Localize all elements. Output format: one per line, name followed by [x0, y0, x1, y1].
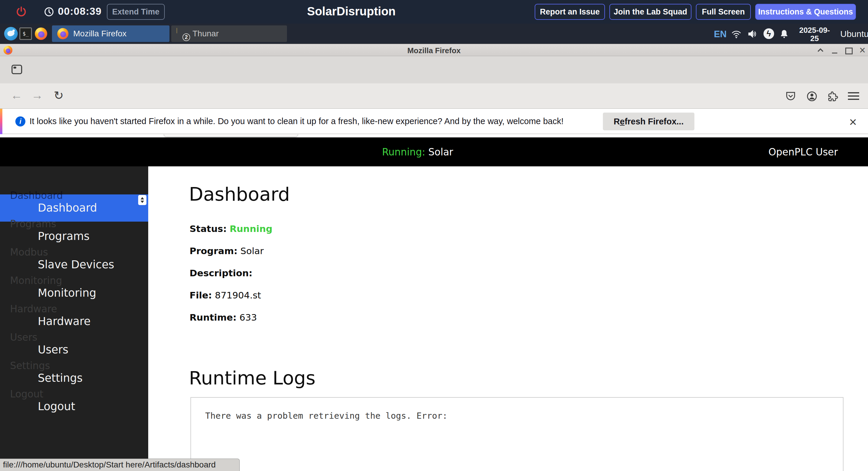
tray-date: 2025-09-25 [795, 26, 834, 42]
status-value: Running [230, 224, 273, 234]
header-status-label: Running: [382, 146, 425, 158]
network-icon[interactable] [731, 29, 742, 39]
sidebar-item-users[interactable]: Users [38, 336, 68, 363]
menu-icon[interactable] [848, 92, 859, 100]
sidebar-item-monitoring[interactable]: Monitoring [38, 279, 96, 307]
sidebar-item-programs[interactable]: Programs [38, 223, 89, 250]
maximize-icon[interactable] [843, 45, 853, 55]
header-user[interactable]: OpenPLC User [769, 146, 838, 158]
notification-message: It looks like you haven't started Firefo… [30, 116, 564, 126]
runtime-logs-title: Runtime Logs [189, 367, 316, 389]
instructions-button[interactable]: Instructions & Questions [755, 4, 856, 20]
shade-window-icon[interactable] [815, 45, 826, 55]
sidebar-item-dashboard[interactable]: Dashboard [38, 195, 97, 222]
field-runtime: Runtime: 633 [190, 312, 257, 323]
page-title: Dashboard [189, 183, 290, 205]
power-manager-icon[interactable] [764, 28, 774, 39]
sidebar-item-hardware[interactable]: Hardware [38, 308, 91, 335]
minimize-icon[interactable] [830, 45, 840, 55]
notification-accent-stripe [0, 109, 2, 134]
main-content: Dashboard Status: Running Program: Solar… [148, 166, 868, 471]
taskbar-window-thunar[interactable]: 2 Thunar [171, 25, 287, 42]
navigation-toolbar: file:///home/ubuntu/Desktop/Start here/A… [0, 83, 868, 109]
field-status: Status: Running [190, 224, 273, 234]
report-issue-button[interactable]: Report an Issue [535, 4, 605, 20]
keyboard-layout-indicator[interactable]: EN [714, 29, 726, 39]
back-icon[interactable] [11, 89, 23, 102]
window-count-badge: 2 [182, 33, 190, 41]
sidebar-item-logout[interactable]: Logout [38, 393, 75, 420]
runtime-logs-box: There was a problem retrieving the logs.… [190, 397, 843, 471]
firefox-titlebar[interactable]: Mozilla Firefox [0, 44, 868, 56]
full-screen-button[interactable]: Full Screen [696, 4, 751, 20]
refresh-firefox-button[interactable]: Refresh Firefox... [603, 113, 694, 130]
runtime-logs-text: There was a problem retrieving the logs.… [205, 411, 829, 421]
header-status: Running: Solar [382, 146, 453, 158]
field-program: Program: Solar [190, 245, 264, 256]
account-icon[interactable] [806, 90, 818, 102]
notification-bar: It looks like you haven't started Firefo… [0, 109, 868, 134]
link-status-tooltip: file:///home/ubuntu/Desktop/Start here/A… [0, 459, 240, 471]
session-user-label: Ubuntu [840, 29, 868, 39]
taskbar: Mozilla Firefox 2 Thunar EN 2025-09-25 0… [0, 24, 868, 44]
screen: 00:08:39 Extend Time SolarDisruption Rep… [0, 0, 868, 471]
openplc-header: Running: Solar OpenPLC User [0, 138, 868, 166]
task-label: Thunar [192, 29, 219, 38]
forward-icon[interactable] [31, 89, 43, 102]
field-description: Description: [190, 268, 252, 278]
sidebar-scrollbar[interactable] [138, 195, 147, 205]
sidebar-item-settings[interactable]: Settings [38, 364, 83, 392]
extensions-icon[interactable] [827, 90, 839, 102]
close-window-icon[interactable] [857, 45, 867, 55]
notification-close-icon[interactable] [846, 115, 860, 129]
header-program-name: Solar [428, 146, 453, 158]
sidebar-item-slave-devices[interactable]: Slave Devices [38, 251, 114, 278]
thunar-icon: 2 [177, 28, 188, 39]
task-label: Mozilla Firefox [73, 29, 126, 38]
firefox-view-icon[interactable] [10, 63, 24, 76]
volume-icon[interactable] [747, 29, 757, 39]
pocket-icon[interactable] [785, 90, 797, 102]
firefox-icon [57, 28, 68, 39]
firefox-launcher-icon[interactable] [35, 28, 47, 40]
terminal-launcher-icon[interactable] [20, 28, 32, 40]
lab-top-bar: 00:08:39 Extend Time SolarDisruption Rep… [0, 0, 868, 24]
taskbar-window-firefox[interactable]: Mozilla Firefox [52, 25, 169, 42]
notifications-icon[interactable] [779, 29, 789, 39]
tab-bar: /home/ubuntu/Desktop/Start /home/ubuntu/… [0, 56, 868, 83]
window-title: Mozilla Firefox [0, 46, 868, 55]
info-icon [16, 116, 25, 126]
field-file: File: 871904.st [190, 290, 261, 300]
app-launcher-icon[interactable] [4, 27, 18, 40]
join-lab-squad-button[interactable]: Join the Lab Squad [609, 4, 691, 20]
sidebar: Dashboard Programs Modbus Monitoring Har… [0, 166, 148, 471]
sidebar-ghost-users: Users [10, 330, 37, 345]
reload-icon[interactable] [54, 89, 64, 102]
